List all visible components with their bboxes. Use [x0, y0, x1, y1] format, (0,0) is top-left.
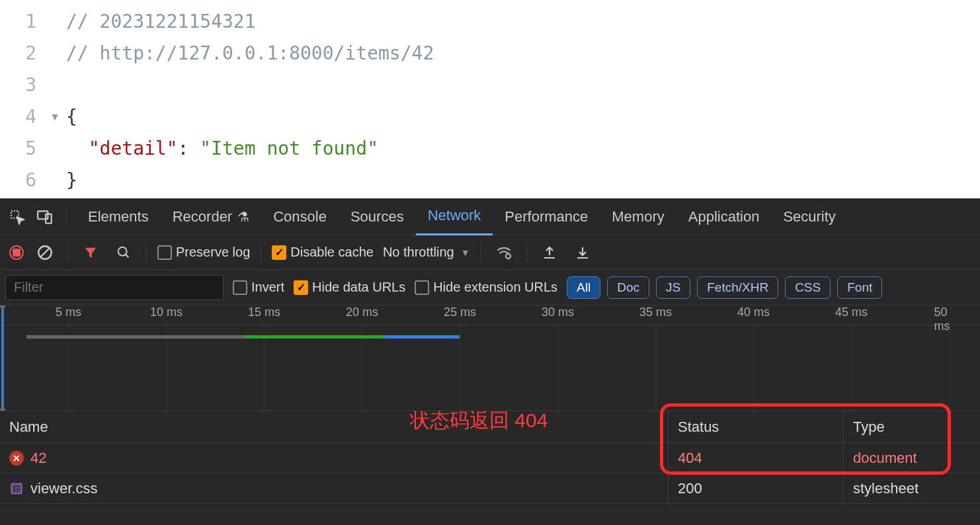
chevron-down-icon: ▼ — [461, 247, 470, 258]
table-header: Name Status Type — [0, 411, 980, 443]
hide-data-urls-checkbox[interactable]: ✓Hide data URLs — [294, 280, 405, 295]
devtools-tabs-bar: ElementsRecorder⚗ConsoleSourcesNetworkPe… — [0, 198, 980, 235]
export-har-icon[interactable] — [538, 241, 561, 264]
device-toggle-icon[interactable] — [33, 205, 57, 229]
timeline-tick: 10 ms — [150, 305, 183, 319]
timeline-tick: 45 ms — [835, 305, 868, 319]
request-name: viewer.css — [30, 480, 97, 497]
code-line: // http://127.0.0.1:8000/items/42 — [66, 37, 980, 69]
timeline-tick: 20 ms — [346, 305, 378, 319]
timeline-tick: 30 ms — [542, 305, 574, 319]
import-har-icon[interactable] — [571, 241, 594, 264]
line-number: 1 — [0, 5, 66, 37]
line-number: 3 — [0, 69, 66, 101]
tab-sources[interactable]: Sources — [339, 198, 416, 235]
column-type[interactable]: Type — [843, 411, 980, 442]
request-name: 42 — [30, 450, 46, 467]
fold-icon[interactable]: ▼ — [52, 110, 58, 123]
tab-elements[interactable]: Elements — [76, 198, 161, 235]
network-conditions-icon[interactable] — [492, 241, 516, 264]
disable-cache-checkbox[interactable]: ✓Disable cache — [272, 245, 374, 260]
flask-icon: ⚗ — [237, 209, 249, 225]
filter-chip-css[interactable]: CSS — [785, 276, 831, 299]
tab-network[interactable]: Network — [416, 198, 493, 235]
filter-chip-all[interactable]: All — [567, 276, 600, 299]
code-line: } — [66, 164, 980, 196]
request-type: document — [843, 443, 980, 473]
css-file-icon — [9, 481, 24, 496]
inspect-icon[interactable] — [5, 205, 29, 229]
timeline-tick: 25 ms — [444, 305, 476, 319]
network-table: Name Status Type ✕42404documentviewer.cs… — [0, 411, 980, 504]
timeline-bar — [384, 335, 460, 339]
svg-line-6 — [126, 254, 129, 257]
filter-chip-js[interactable]: JS — [656, 276, 690, 299]
timeline-tick: 5 ms — [56, 305, 81, 319]
code-area: // 20231221154321// http://127.0.0.1:800… — [66, 0, 980, 198]
request-type: stylesheet — [843, 473, 980, 503]
line-number: 6 — [0, 164, 66, 196]
column-status[interactable]: Status — [668, 411, 843, 442]
record-button[interactable] — [9, 245, 24, 260]
request-status: 200 — [668, 473, 843, 503]
tab-memory[interactable]: Memory — [600, 198, 676, 235]
line-number: 2 — [0, 37, 66, 69]
filter-bar: Invert ✓Hide data URLs Hide extension UR… — [0, 270, 980, 305]
timeline-tick: 15 ms — [248, 305, 280, 319]
code-editor: 1234▼56 // 20231221154321// http://127.0… — [0, 0, 980, 198]
network-toolbar: Preserve log ✓Disable cache No throttlin… — [0, 235, 980, 270]
tab-performance[interactable]: Performance — [493, 198, 600, 235]
column-name[interactable]: Name — [0, 411, 668, 442]
gutter: 1234▼56 — [0, 0, 66, 198]
timeline-tick: 35 ms — [639, 305, 672, 319]
timeline-bar — [245, 335, 384, 339]
filter-chip-font[interactable]: Font — [837, 276, 882, 299]
error-icon: ✕ — [9, 451, 24, 465]
invert-checkbox[interactable]: Invert — [233, 280, 284, 295]
table-row[interactable]: ✕42404document — [0, 443, 980, 473]
filter-input[interactable] — [5, 275, 224, 300]
table-row[interactable]: viewer.css200stylesheet — [0, 473, 980, 504]
clear-button[interactable] — [33, 241, 57, 264]
tab-console[interactable]: Console — [261, 198, 339, 235]
timeline-bar — [26, 335, 245, 339]
code-line: // 20231221154321 — [66, 5, 980, 37]
timeline-tick: 40 ms — [737, 305, 770, 319]
code-line: { — [66, 101, 980, 132]
filter-icon[interactable] — [79, 241, 102, 264]
preserve-log-checkbox[interactable]: Preserve log — [157, 245, 250, 260]
line-number: 4▼ — [0, 101, 66, 132]
devtools-panel: ElementsRecorder⚗ConsoleSourcesNetworkPe… — [0, 198, 980, 525]
timeline-tick: 50 ms — [934, 305, 964, 333]
throttling-dropdown[interactable]: No throttling ▼ — [383, 245, 470, 260]
line-number: 5 — [0, 132, 66, 164]
network-timeline[interactable]: 5 ms10 ms15 ms20 ms25 ms30 ms35 ms40 ms4… — [0, 305, 980, 411]
tab-application[interactable]: Application — [676, 198, 772, 235]
filter-chip-doc[interactable]: Doc — [607, 276, 649, 299]
timeline-marker[interactable] — [1, 305, 4, 411]
request-status: 404 — [668, 443, 843, 473]
filter-chip-fetch-xhr[interactable]: Fetch/XHR — [697, 276, 778, 299]
tab-security[interactable]: Security — [771, 198, 847, 235]
code-line — [66, 69, 980, 101]
code-line: "detail": "Item not found" — [66, 132, 980, 164]
svg-point-5 — [118, 247, 127, 255]
svg-point-7 — [506, 253, 510, 258]
hide-extension-urls-checkbox[interactable]: Hide extension URLs — [415, 280, 557, 295]
tab-recorder[interactable]: Recorder⚗ — [161, 198, 261, 235]
svg-line-4 — [41, 248, 50, 257]
search-icon[interactable] — [112, 241, 136, 264]
